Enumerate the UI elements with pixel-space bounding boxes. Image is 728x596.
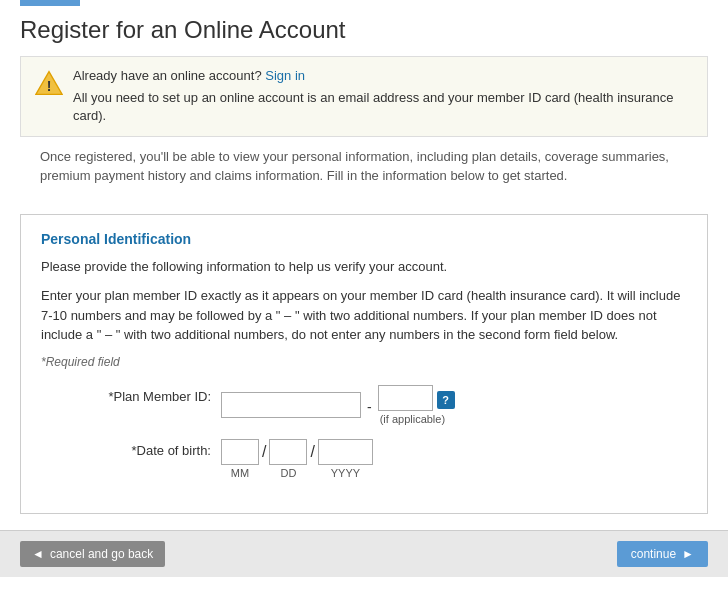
dob-dd-field: DD (269, 439, 307, 479)
dob-slash-1: / (259, 441, 269, 461)
member-id-label: *Plan Member ID: (81, 385, 221, 404)
page-header: Register for an Online Account ! Already… (0, 6, 728, 214)
footer-bar: ◄ cancel and go back continue ► (0, 530, 728, 577)
dob-dd-input[interactable] (269, 439, 307, 465)
dob-yyyy-input[interactable] (318, 439, 373, 465)
cancel-label: cancel and go back (50, 547, 153, 561)
member-id-row: *Plan Member ID: - ? (if applicable) (41, 385, 687, 425)
member-id-controls: - ? (if applicable) (221, 385, 455, 425)
section-note: Enter your plan member ID exactly as it … (41, 286, 687, 345)
dob-yyyy-field: YYYY (318, 439, 373, 479)
svg-text:!: ! (47, 78, 52, 94)
alert-line1: Already have an online account? Sign in (73, 67, 693, 85)
personal-identification-section: Personal Identification Please provide t… (20, 214, 708, 514)
dob-dd-label: DD (281, 467, 297, 479)
dob-yyyy-label: YYYY (331, 467, 360, 479)
continue-label: continue (631, 547, 676, 561)
dob-row: *Date of birth: MM / DD / YYYY (41, 439, 687, 479)
alert-line2: All you need to set up an online account… (73, 89, 693, 125)
member-id-group: - ? (if applicable) (221, 385, 455, 425)
dash-separator: - (367, 395, 372, 415)
cancel-arrow-left: ◄ (32, 547, 44, 561)
dob-label: *Date of birth: (81, 439, 221, 458)
page-title: Register for an Online Account (20, 16, 708, 44)
dob-mm-label: MM (231, 467, 249, 479)
info-paragraph: Once registered, you'll be able to view … (20, 147, 708, 200)
dob-slash-2: / (307, 441, 317, 461)
member-id-input[interactable] (221, 392, 361, 418)
continue-button[interactable]: continue ► (617, 541, 708, 567)
dob-mm-field: MM (221, 439, 259, 479)
suffix-inner: ? (378, 385, 455, 411)
warning-icon: ! (35, 69, 63, 97)
section-title: Personal Identification (41, 231, 687, 247)
alert-box: ! Already have an online account? Sign i… (20, 56, 708, 137)
dob-group: MM / DD / YYYY (221, 439, 373, 479)
continue-arrow-right: ► (682, 547, 694, 561)
section-description: Please provide the following information… (41, 257, 687, 277)
member-id-suffix-input[interactable] (378, 385, 433, 411)
page-wrapper: Register for an Online Account ! Already… (0, 0, 728, 596)
cancel-button[interactable]: ◄ cancel and go back (20, 541, 165, 567)
suffix-group: ? (if applicable) (378, 385, 455, 425)
alert-text: Already have an online account? Sign in … (73, 67, 693, 126)
dob-mm-input[interactable] (221, 439, 259, 465)
required-note: *Required field (41, 355, 687, 369)
help-icon[interactable]: ? (437, 391, 455, 409)
if-applicable-label: (if applicable) (378, 413, 445, 425)
signin-link[interactable]: Sign in (265, 68, 305, 83)
